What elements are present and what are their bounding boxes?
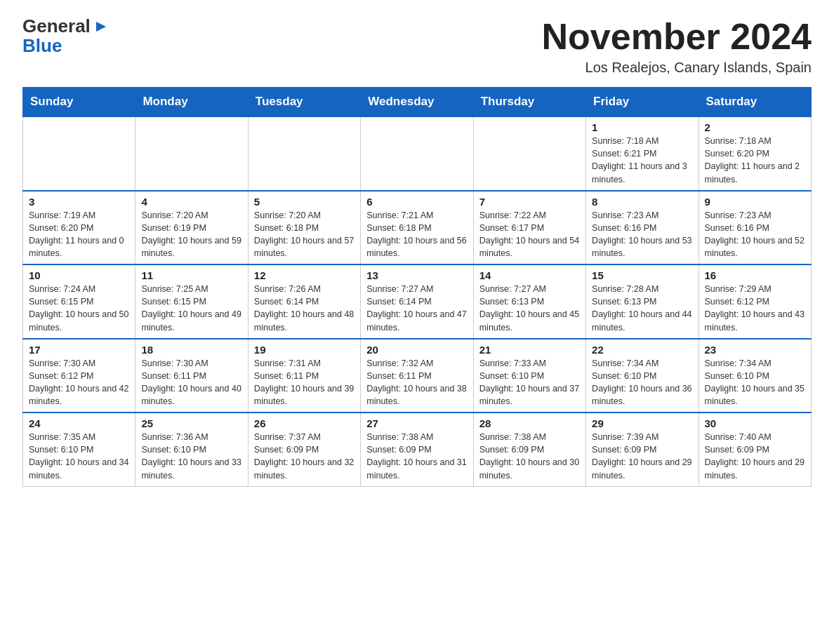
calendar-cell: 8Sunrise: 7:23 AM Sunset: 6:16 PM Daylig… [586,191,699,265]
day-number: 2 [705,121,805,133]
day-info: Sunrise: 7:37 AM Sunset: 6:09 PM Dayligh… [254,431,355,482]
calendar-cell: 27Sunrise: 7:38 AM Sunset: 6:09 PM Dayli… [361,412,473,486]
calendar-cell: 9Sunrise: 7:23 AM Sunset: 6:16 PM Daylig… [699,191,811,265]
day-info: Sunrise: 7:30 AM Sunset: 6:12 PM Dayligh… [29,357,129,408]
calendar-cell: 10Sunrise: 7:24 AM Sunset: 6:15 PM Dayli… [23,264,135,339]
calendar-cell: 2Sunrise: 7:18 AM Sunset: 6:20 PM Daylig… [699,116,811,191]
page-header: General Blue November 2024 Los Realejos,… [22,17,812,76]
day-number: 13 [366,269,467,281]
month-title: November 2024 [542,17,812,57]
day-number: 24 [29,417,129,429]
day-number: 26 [254,417,355,429]
day-info: Sunrise: 7:24 AM Sunset: 6:15 PM Dayligh… [29,283,129,334]
day-number: 28 [479,417,580,429]
day-info: Sunrise: 7:35 AM Sunset: 6:10 PM Dayligh… [29,431,129,482]
day-info: Sunrise: 7:34 AM Sunset: 6:10 PM Dayligh… [705,357,805,408]
calendar-cell: 30Sunrise: 7:40 AM Sunset: 6:09 PM Dayli… [699,412,811,486]
day-info: Sunrise: 7:33 AM Sunset: 6:10 PM Dayligh… [479,357,580,408]
day-number: 14 [479,269,580,281]
day-number: 10 [29,269,129,281]
day-number: 15 [592,269,692,281]
day-number: 11 [141,269,241,281]
day-number: 8 [592,196,692,208]
calendar-row-4: 17Sunrise: 7:30 AM Sunset: 6:12 PM Dayli… [23,339,812,413]
calendar-cell: 3Sunrise: 7:19 AM Sunset: 6:20 PM Daylig… [23,191,135,265]
calendar-cell [361,116,473,191]
day-info: Sunrise: 7:21 AM Sunset: 6:18 PM Dayligh… [366,209,467,260]
calendar-cell [248,116,360,191]
day-info: Sunrise: 7:18 AM Sunset: 6:21 PM Dayligh… [592,135,692,186]
day-number: 25 [141,417,241,429]
day-info: Sunrise: 7:28 AM Sunset: 6:13 PM Dayligh… [592,283,692,334]
day-info: Sunrise: 7:40 AM Sunset: 6:09 PM Dayligh… [705,431,805,482]
calendar-cell: 24Sunrise: 7:35 AM Sunset: 6:10 PM Dayli… [23,412,135,486]
calendar-row-5: 24Sunrise: 7:35 AM Sunset: 6:10 PM Dayli… [23,412,812,486]
calendar-table: Sunday Monday Tuesday Wednesday Thursday… [22,87,812,487]
day-number: 27 [366,417,467,429]
calendar-row-3: 10Sunrise: 7:24 AM Sunset: 6:15 PM Dayli… [23,264,812,339]
day-number: 23 [705,344,805,356]
day-number: 19 [254,344,355,356]
calendar-cell: 21Sunrise: 7:33 AM Sunset: 6:10 PM Dayli… [473,339,585,413]
header-sunday: Sunday [23,88,135,117]
day-number: 12 [254,269,355,281]
day-number: 6 [366,196,467,208]
calendar-cell [473,116,585,191]
calendar-cell: 29Sunrise: 7:39 AM Sunset: 6:09 PM Dayli… [586,412,699,486]
day-number: 4 [141,196,241,208]
day-info: Sunrise: 7:39 AM Sunset: 6:09 PM Dayligh… [592,431,692,482]
calendar-cell: 19Sunrise: 7:31 AM Sunset: 6:11 PM Dayli… [248,339,360,413]
calendar-cell: 23Sunrise: 7:34 AM Sunset: 6:10 PM Dayli… [699,339,811,413]
weekday-header-row: Sunday Monday Tuesday Wednesday Thursday… [23,88,812,117]
calendar-cell: 26Sunrise: 7:37 AM Sunset: 6:09 PM Dayli… [248,412,360,486]
day-number: 5 [254,196,355,208]
day-info: Sunrise: 7:27 AM Sunset: 6:14 PM Dayligh… [366,283,467,334]
logo-arrow-icon [93,19,109,34]
day-info: Sunrise: 7:23 AM Sunset: 6:16 PM Dayligh… [592,209,692,260]
day-number: 29 [592,417,692,429]
day-info: Sunrise: 7:31 AM Sunset: 6:11 PM Dayligh… [254,357,355,408]
calendar-cell: 12Sunrise: 7:26 AM Sunset: 6:14 PM Dayli… [248,264,360,339]
day-info: Sunrise: 7:20 AM Sunset: 6:19 PM Dayligh… [141,209,241,260]
day-info: Sunrise: 7:30 AM Sunset: 6:11 PM Dayligh… [141,357,241,408]
calendar-cell [23,116,135,191]
calendar-cell: 7Sunrise: 7:22 AM Sunset: 6:17 PM Daylig… [473,191,585,265]
day-number: 9 [705,196,805,208]
calendar-cell: 20Sunrise: 7:32 AM Sunset: 6:11 PM Dayli… [361,339,473,413]
logo: General Blue [22,17,109,57]
header-tuesday: Tuesday [248,88,360,117]
day-info: Sunrise: 7:27 AM Sunset: 6:13 PM Dayligh… [479,283,580,334]
calendar-cell: 22Sunrise: 7:34 AM Sunset: 6:10 PM Dayli… [586,339,699,413]
day-info: Sunrise: 7:25 AM Sunset: 6:15 PM Dayligh… [141,283,241,334]
day-info: Sunrise: 7:34 AM Sunset: 6:10 PM Dayligh… [592,357,692,408]
day-number: 3 [29,196,129,208]
calendar-cell: 13Sunrise: 7:27 AM Sunset: 6:14 PM Dayli… [361,264,473,339]
calendar-cell: 28Sunrise: 7:38 AM Sunset: 6:09 PM Dayli… [473,412,585,486]
header-monday: Monday [135,88,248,117]
day-info: Sunrise: 7:26 AM Sunset: 6:14 PM Dayligh… [254,283,355,334]
header-wednesday: Wednesday [361,88,473,117]
calendar-cell: 1Sunrise: 7:18 AM Sunset: 6:21 PM Daylig… [586,116,699,191]
day-info: Sunrise: 7:32 AM Sunset: 6:11 PM Dayligh… [366,357,467,408]
location-title: Los Realejos, Canary Islands, Spain [542,60,812,76]
logo-blue: Blue [22,35,62,57]
calendar-cell: 25Sunrise: 7:36 AM Sunset: 6:10 PM Dayli… [135,412,248,486]
day-info: Sunrise: 7:23 AM Sunset: 6:16 PM Dayligh… [705,209,805,260]
calendar-cell: 5Sunrise: 7:20 AM Sunset: 6:18 PM Daylig… [248,191,360,265]
day-number: 7 [479,196,580,208]
svg-marker-0 [96,22,106,32]
calendar-row-1: 1Sunrise: 7:18 AM Sunset: 6:21 PM Daylig… [23,116,812,191]
calendar-cell: 17Sunrise: 7:30 AM Sunset: 6:12 PM Dayli… [23,339,135,413]
day-info: Sunrise: 7:18 AM Sunset: 6:20 PM Dayligh… [705,135,805,186]
calendar-cell: 15Sunrise: 7:28 AM Sunset: 6:13 PM Dayli… [586,264,699,339]
calendar-cell: 18Sunrise: 7:30 AM Sunset: 6:11 PM Dayli… [135,339,248,413]
calendar-cell [135,116,248,191]
calendar-row-2: 3Sunrise: 7:19 AM Sunset: 6:20 PM Daylig… [23,191,812,265]
day-info: Sunrise: 7:22 AM Sunset: 6:17 PM Dayligh… [479,209,580,260]
day-info: Sunrise: 7:38 AM Sunset: 6:09 PM Dayligh… [479,431,580,482]
calendar-cell: 14Sunrise: 7:27 AM Sunset: 6:13 PM Dayli… [473,264,585,339]
day-number: 16 [705,269,805,281]
header-friday: Friday [586,88,699,117]
day-number: 20 [366,344,467,356]
day-info: Sunrise: 7:20 AM Sunset: 6:18 PM Dayligh… [254,209,355,260]
